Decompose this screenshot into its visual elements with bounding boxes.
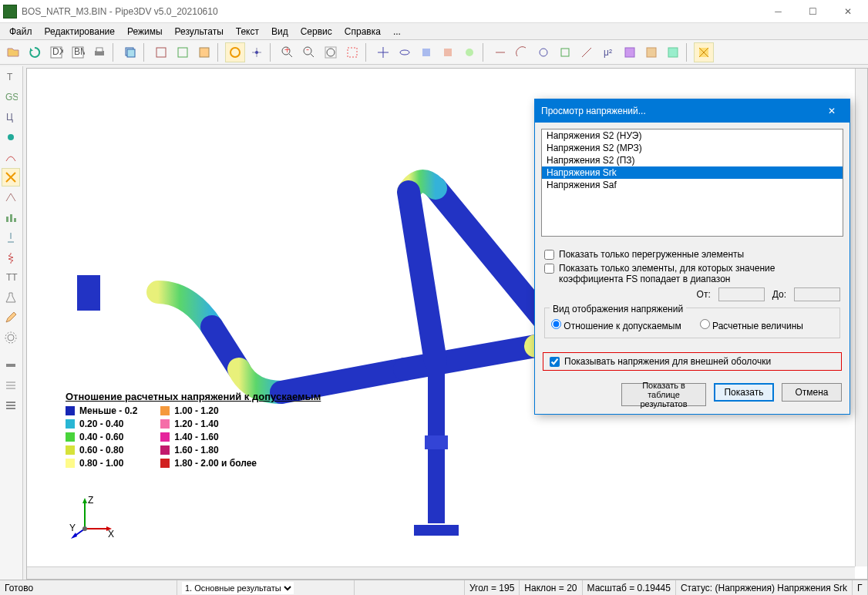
show-in-table-button[interactable]: Показать в таблице результатов [621,383,706,406]
tool-a[interactable] [151,42,171,62]
list-item[interactable]: Напряжения S2 (МРЗ) [542,142,843,154]
svg-rect-22 [444,49,452,56]
svg-point-24 [540,49,547,56]
tool-x3[interactable] [459,42,479,62]
list-item[interactable]: Напряжения Saf [542,179,843,191]
side-text-icon[interactable]: T [2,68,20,86]
tool-y1[interactable] [555,42,575,62]
side-dot-icon[interactable] [2,128,20,146]
layers-icon[interactable] [120,42,140,62]
check-fs-range[interactable]: Показать только элементы, для которых зн… [544,263,840,284]
horizontal-scrollbar[interactable] [27,566,855,579]
side-edit-icon[interactable] [2,308,20,327]
menu-service[interactable]: Сервис [294,25,338,39]
svg-rect-41 [6,364,15,367]
radio-ratio[interactable]: Отношение к допускаемым [551,319,681,331]
menu-view[interactable]: Вид [265,25,294,39]
grid-icon[interactable] [247,42,267,62]
to-input[interactable] [794,287,840,301]
side-lines2-icon[interactable] [2,396,20,415]
menu-modes[interactable]: Режимы [121,25,169,39]
rotate-icon[interactable] [395,42,415,62]
svg-rect-28 [647,48,656,57]
svg-rect-25 [561,49,569,56]
arc-icon[interactable] [512,42,532,62]
list-item[interactable]: Напряжения Srk [542,166,843,179]
svg-rect-7 [127,49,135,57]
side-curve-icon[interactable] [2,148,20,166]
status-results-dropdown[interactable]: 1. Основные результаты [177,580,355,595]
dialog-close-icon[interactable]: ✕ [820,99,843,123]
cancel-button[interactable]: Отмена [782,383,842,402]
tool-y6[interactable] [663,42,683,62]
svg-point-39 [8,334,14,341]
stress-view-icon[interactable] [694,42,714,62]
svg-point-11 [230,48,240,57]
maximize-button[interactable]: ☐ [796,1,830,22]
tool-y5[interactable] [641,42,661,62]
tool-c[interactable] [194,42,214,62]
menu-help[interactable]: Справка [338,25,387,39]
tool-y2[interactable] [577,42,597,62]
tool-x2[interactable] [438,42,458,62]
refresh-icon[interactable] [25,42,45,62]
render-mode-icon[interactable] [225,42,245,62]
svg-rect-5 [96,48,103,52]
stress-list[interactable]: Напряжения S2 (НУЭ) Напряжения S2 (МРЗ) … [541,129,843,237]
side-gear-icon[interactable] [2,328,20,347]
side-bars-icon[interactable] [2,208,20,227]
minimize-button[interactable]: ─ [761,1,796,22]
menu-file[interactable]: Файл [3,25,39,39]
tool-y3[interactable]: μ² [598,42,618,62]
side-lb-icon[interactable]: Ц [2,108,20,126]
list-item[interactable]: Напряжения S2 (ПЗ) [542,154,843,166]
side-flask-icon[interactable] [2,288,20,307]
show-button[interactable]: Показать [714,383,774,402]
zoom-in-icon[interactable]: + [278,42,298,62]
svg-rect-19 [348,48,357,57]
zoom-fit-icon[interactable] [321,42,341,62]
print-icon[interactable] [89,42,109,62]
close-button[interactable]: ✕ [830,1,865,22]
menu-more[interactable]: ... [387,25,407,39]
axis-gizmo: Z X Y [69,494,116,540]
status-spacer [355,580,465,595]
from-input[interactable] [718,287,765,301]
open-icon[interactable] [3,42,23,62]
check-outer-shell-highlight: Показывать напряжения для внешней оболоч… [543,352,842,371]
side-spring-icon[interactable] [2,248,20,267]
side-gs-icon[interactable]: GS [2,88,20,106]
side-lines1-icon[interactable] [2,376,20,395]
side-cut-icon[interactable] [2,168,20,187]
list-item[interactable]: Напряжения S2 (НУЭ) [542,129,843,142]
svg-rect-35 [6,217,8,222]
side-support-icon[interactable] [2,228,20,247]
side-a-icon[interactable] [2,188,20,207]
svg-text:GS: GS [5,92,18,103]
side-thick-icon[interactable] [2,356,20,375]
bmp-icon[interactable]: BMP [68,42,88,62]
check-outer-shell[interactable] [550,357,560,367]
radio-values[interactable]: Расчетные величины [700,319,803,331]
tool-b[interactable] [173,42,193,62]
menu-text[interactable]: Текст [230,25,265,39]
app-icon [3,5,17,18]
dxf-icon[interactable]: DXF [46,42,66,62]
side-tt-icon[interactable]: TT [2,268,20,287]
status-mode: Статус: (Напряжения) Напряжения Srk [676,580,853,595]
tool-y4[interactable] [620,42,640,62]
check-overloaded[interactable]: Показать только перегруженные элементы [544,249,840,260]
menu-edit[interactable]: Редактирование [39,25,121,39]
dialog-titlebar[interactable]: Просмотр напряжений... ✕ [535,99,849,123]
circ-icon[interactable] [533,42,553,62]
vertical-scrollbar[interactable] [855,69,867,566]
check-overloaded-input[interactable] [544,250,554,260]
zoom-out-icon[interactable]: - [299,42,319,62]
tool-x1[interactable] [416,42,436,62]
menu-results[interactable]: Результаты [169,25,230,39]
dim-icon[interactable] [490,42,510,62]
check-fs-range-input[interactable] [544,264,554,274]
pan-icon[interactable] [373,42,393,62]
zoom-region-icon[interactable] [342,42,362,62]
svg-point-23 [466,49,473,56]
